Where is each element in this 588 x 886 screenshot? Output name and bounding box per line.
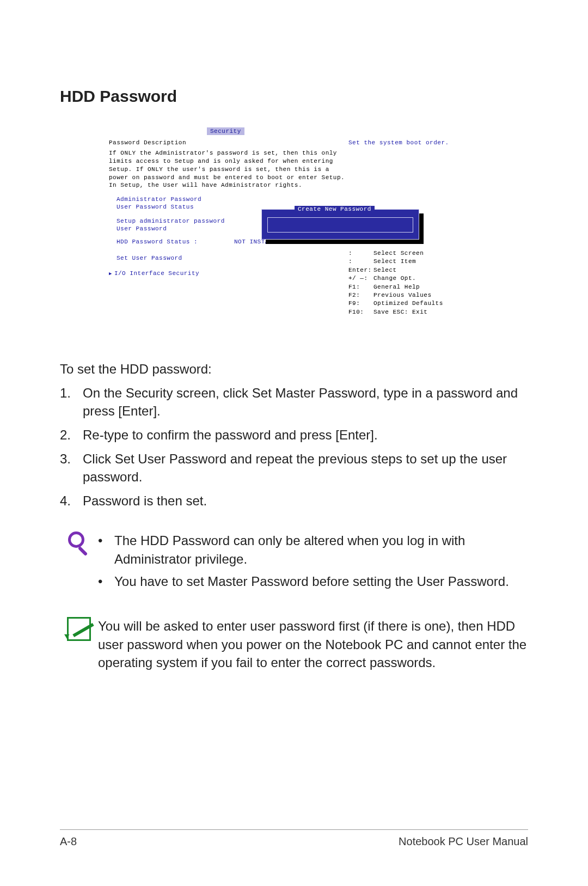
page-footer: A-8 Notebook PC User Manual [60, 829, 528, 848]
bios-key-0: : [348, 249, 373, 258]
bios-key-1-val: Select Item [373, 258, 416, 265]
step-2-text: Re-type to confirm the password and pres… [83, 426, 528, 444]
step-4-text: Password is then set. [83, 492, 528, 510]
note1-bullet-2: You have to set Master Password before s… [98, 572, 528, 591]
note-magnifier: The HDD Password can only be altered whe… [60, 531, 528, 595]
note-icon [60, 617, 98, 641]
step-3: Click Set User Password and repeat the p… [60, 450, 528, 486]
bios-key-3: +/ —: [348, 274, 373, 283]
bios-key-6-val: Optimized Defaults [373, 300, 443, 307]
step-4: Password is then set. [60, 492, 528, 510]
bios-item-io-interface-security: I/O Interface Security [109, 270, 348, 277]
magnifier-icon [60, 531, 98, 559]
step-2: Re-type to confirm the password and pres… [60, 426, 528, 444]
note-pencil: You will be asked to enter user password… [60, 617, 528, 672]
bios-key-2-val: Select [373, 267, 397, 273]
bios-help-right: Set the system boot order. [348, 139, 479, 146]
bios-popup-input [267, 217, 413, 233]
note1-bullet-1: The HDD Password can only be altered whe… [98, 531, 528, 568]
note1-bullet-1-text: The HDD Password can only be altered whe… [114, 531, 528, 568]
bios-key-1: : [348, 258, 373, 266]
bios-key-6: F9: [348, 300, 373, 308]
bios-key-5-val: Previous Values [373, 292, 432, 298]
bios-help-keys: :Select Screen :Select Item Enter:Select… [348, 249, 479, 316]
bios-key-0-val: Select Screen [373, 250, 424, 256]
instruction-steps: On the Security screen, click Set Master… [60, 384, 528, 510]
note1-bullet-2-text: You have to set Master Password before s… [114, 572, 528, 591]
step-3-text: Click Set User Password and repeat the p… [83, 450, 528, 486]
bios-desc-title: Password Description [109, 139, 348, 146]
step-1: On the Security screen, click Set Master… [60, 384, 528, 420]
bios-key-3-val: Change Opt. [373, 275, 416, 282]
bios-key-7-val: Save ESC: Exit [373, 309, 427, 315]
bios-item-admin-password: Administrator Password [109, 196, 348, 203]
bios-key-4-val: General Help [373, 284, 420, 290]
bios-item-set-user-password: Set User Password [109, 255, 348, 261]
step-1-text: On the Security screen, click Set Master… [83, 384, 528, 420]
bios-key-7: F10: [348, 308, 373, 316]
bios-tab-security: Security [207, 127, 244, 135]
bios-key-4: F1: [348, 283, 373, 291]
note2-text: You will be asked to enter user password… [98, 617, 528, 672]
bios-hdd-status-label: HDD Password Status : [109, 239, 234, 245]
instruction-intro: To set the HDD password: [60, 360, 528, 378]
bios-key-2: Enter: [348, 266, 373, 274]
bios-popup-title: Create New Password [295, 206, 375, 212]
bios-key-5: F2: [348, 291, 373, 300]
page-title: HDD Password [60, 87, 528, 106]
bios-popup-create-password: Create New Password [261, 209, 419, 240]
bios-screenshot: Security Password Description If ONLY th… [103, 127, 485, 316]
footer-manual-title: Notebook PC User Manual [399, 835, 528, 848]
bios-desc-text: If ONLY the Administrator's password is … [109, 149, 348, 190]
footer-page-number: A-8 [60, 835, 77, 848]
instruction-block: To set the HDD password: On the Security… [60, 360, 528, 510]
